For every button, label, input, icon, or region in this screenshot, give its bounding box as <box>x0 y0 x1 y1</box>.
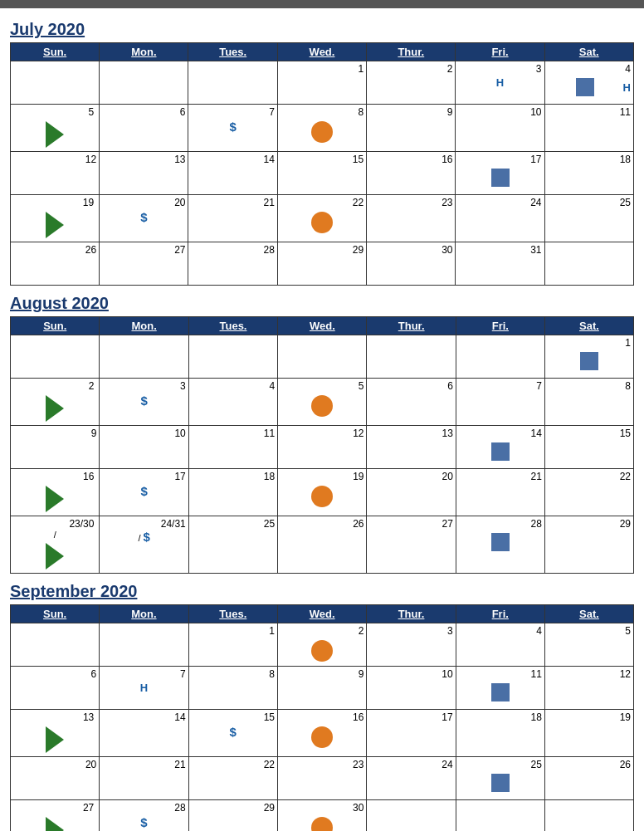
calendar-cell: 22 <box>188 757 277 800</box>
day-number: 9 <box>281 668 363 680</box>
calendar-cell: 16 <box>11 469 100 516</box>
calendar-cell <box>188 335 277 379</box>
calendar-cell: 19 <box>278 469 367 516</box>
calendar-cell: 19 <box>544 710 633 757</box>
col-header: Fri. <box>456 317 544 335</box>
calendar-cell <box>544 800 633 832</box>
calendar-cell <box>456 335 544 379</box>
calendar-cell: 22 <box>277 195 366 242</box>
calendar-cell <box>11 61 100 105</box>
calendar-cell: 9 <box>278 667 367 710</box>
day-number: 11 <box>459 668 542 680</box>
day-number: 12 <box>548 668 631 680</box>
col-header: Sat. <box>544 317 633 335</box>
calendar-cell: 23/30/ <box>11 516 100 574</box>
calendar-cell: 1 <box>544 335 633 379</box>
calendar-cell: 20 <box>367 469 456 516</box>
calendar-cell: 28 <box>456 516 544 574</box>
day-number: 20 <box>102 197 185 208</box>
calendar-cell: 15 <box>277 152 366 195</box>
calendar-cell <box>367 335 456 379</box>
calendar-cell: 6 <box>11 667 100 710</box>
calendar-cell <box>100 623 188 667</box>
calendar-cell: 19 <box>11 195 100 242</box>
orange-circle-icon <box>311 486 333 507</box>
dollar-icon: $ <box>230 120 237 134</box>
day-number: 14 <box>191 154 274 165</box>
calendar-cell: 27 <box>367 516 456 574</box>
day-number: 22 <box>548 471 631 482</box>
calendar-cell: 7$ <box>188 105 277 152</box>
green-triangle-icon <box>46 212 64 238</box>
day-number: 7 <box>102 668 185 680</box>
holiday-h-icon: H <box>623 81 631 94</box>
calendar-cell: 14 <box>188 152 277 195</box>
day-number: 23 <box>281 759 363 770</box>
day-number: 22 <box>192 759 275 770</box>
calendar-cell: 18 <box>544 152 633 195</box>
day-number: 23/30 <box>13 518 96 530</box>
day-number: 16 <box>369 154 452 165</box>
orange-circle-icon <box>311 395 333 417</box>
calendar-container: July 2020Sun.Mon.Tues.Wed.Thur.Fri.Sat.1… <box>0 8 644 831</box>
day-number: 3 <box>102 380 185 392</box>
month-title: July 2020 <box>10 20 634 39</box>
blue-square-icon <box>576 78 594 96</box>
day-number: 15 <box>281 154 363 165</box>
col-header: Fri. <box>456 43 544 61</box>
day-number: 10 <box>369 668 452 680</box>
blue-square-icon <box>580 352 598 370</box>
calendar-table: Sun.Mon.Tues.Wed.Thur.Fri.Sat.123H4H567$… <box>10 42 634 286</box>
calendar-cell: 22 <box>544 469 633 516</box>
calendar-cell: 10 <box>367 667 456 710</box>
day-number: 21 <box>102 759 185 770</box>
day-number: 27 <box>13 802 96 814</box>
calendar-cell: 6 <box>100 105 188 152</box>
col-header: Tues. <box>188 317 277 335</box>
calendar-table: Sun.Mon.Tues.Wed.Thur.Fri.Sat.1234567H89… <box>10 604 634 831</box>
calendar-cell: 2 <box>367 61 456 105</box>
day-number: 17 <box>102 471 185 482</box>
calendar-cell: 11 <box>544 105 633 152</box>
col-header: Mon. <box>100 317 188 335</box>
calendar-cell: 26 <box>278 516 367 574</box>
calendar-cell: 29 <box>188 800 277 832</box>
day-number: 28 <box>191 244 274 256</box>
day-number: 2 <box>281 625 363 637</box>
calendar-cell: 21 <box>456 469 544 516</box>
calendar-cell: 18 <box>188 469 277 516</box>
calendar-cell: 5 <box>11 105 100 152</box>
calendar-cell: 30 <box>278 800 367 832</box>
day-number: 17 <box>369 711 452 723</box>
day-number: 25 <box>192 518 275 530</box>
day-number: 7 <box>191 106 274 118</box>
day-number: 14 <box>459 428 542 439</box>
day-number: 1 <box>548 337 631 349</box>
day-number: 14 <box>102 711 185 723</box>
day-number: 18 <box>459 711 542 723</box>
calendar-cell: 23 <box>278 757 367 800</box>
sub-day: / <box>13 530 96 540</box>
calendar-cell: 17$ <box>100 469 188 516</box>
day-number: 23 <box>369 197 452 208</box>
calendar-cell: 25 <box>188 516 277 574</box>
col-header: Thur. <box>367 605 456 623</box>
calendar-cell: 25 <box>456 757 544 800</box>
holiday-h-icon: H <box>140 682 148 694</box>
sub-day: / $ <box>102 530 185 544</box>
day-number: 19 <box>281 471 363 482</box>
col-header: Sat. <box>544 43 633 61</box>
day-number: 7 <box>459 380 542 392</box>
calendar-cell: 25 <box>544 195 633 242</box>
calendar-cell: 8 <box>544 379 633 426</box>
col-header: Tues. <box>188 43 277 61</box>
calendar-cell: 14 <box>100 710 188 757</box>
day-number: 19 <box>13 197 96 208</box>
day-number: 20 <box>369 471 452 482</box>
col-header: Sun. <box>11 317 100 335</box>
dollar-icon: $ <box>140 815 147 829</box>
calendar-cell: 23 <box>367 195 456 242</box>
calendar-cell: 13 <box>367 426 456 469</box>
day-number: 8 <box>548 380 631 392</box>
day-number: 4 <box>459 625 542 637</box>
